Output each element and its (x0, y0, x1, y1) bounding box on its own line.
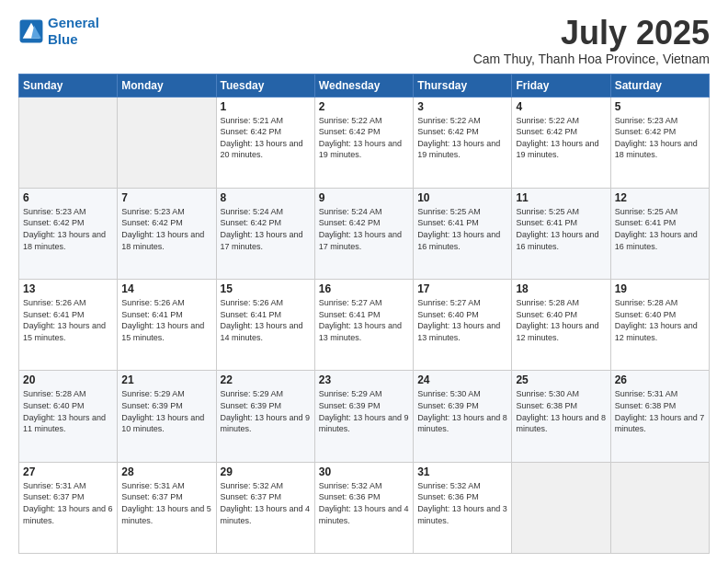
table-row: 2 Sunrise: 5:22 AMSunset: 6:42 PMDayligh… (314, 97, 413, 188)
table-row: 26 Sunrise: 5:31 AMSunset: 6:38 PMDaylig… (610, 371, 709, 462)
day-info: Sunrise: 5:23 AMSunset: 6:42 PMDaylight:… (23, 206, 113, 252)
header-saturday: Saturday (610, 74, 709, 97)
day-number: 21 (121, 373, 211, 386)
table-row (610, 462, 709, 553)
table-row: 4 Sunrise: 5:22 AMSunset: 6:42 PMDayligh… (512, 97, 610, 188)
table-row: 30 Sunrise: 5:32 AMSunset: 6:36 PMDaylig… (314, 462, 413, 553)
calendar-week-3: 13 Sunrise: 5:26 AMSunset: 6:41 PMDaylig… (19, 280, 710, 371)
day-number: 7 (121, 191, 211, 204)
day-info: Sunrise: 5:25 AMSunset: 6:41 PMDaylight:… (417, 206, 507, 252)
table-row: 6 Sunrise: 5:23 AMSunset: 6:42 PMDayligh… (19, 188, 118, 279)
day-info: Sunrise: 5:23 AMSunset: 6:42 PMDaylight:… (121, 206, 211, 252)
day-info: Sunrise: 5:25 AMSunset: 6:41 PMDaylight:… (516, 206, 606, 252)
day-info: Sunrise: 5:25 AMSunset: 6:41 PMDaylight:… (615, 206, 705, 252)
day-number: 8 (221, 191, 311, 204)
day-info: Sunrise: 5:32 AMSunset: 6:36 PMDaylight:… (319, 480, 409, 526)
logo: General Blue (18, 15, 99, 48)
calendar-table: Sunday Monday Tuesday Wednesday Thursday… (18, 74, 710, 554)
table-row: 17 Sunrise: 5:27 AMSunset: 6:40 PMDaylig… (414, 280, 512, 371)
table-row: 25 Sunrise: 5:30 AMSunset: 6:38 PMDaylig… (512, 371, 610, 462)
day-number: 9 (319, 191, 409, 204)
day-info: Sunrise: 5:27 AMSunset: 6:40 PMDaylight:… (417, 297, 507, 343)
day-info: Sunrise: 5:26 AMSunset: 6:41 PMDaylight:… (121, 297, 211, 343)
day-number: 22 (221, 373, 311, 386)
day-info: Sunrise: 5:22 AMSunset: 6:42 PMDaylight:… (516, 115, 606, 161)
table-row: 13 Sunrise: 5:26 AMSunset: 6:41 PMDaylig… (19, 280, 118, 371)
day-info: Sunrise: 5:26 AMSunset: 6:41 PMDaylight:… (23, 297, 113, 343)
day-number: 3 (417, 100, 507, 113)
logo-line1: General (48, 15, 99, 30)
day-number: 2 (319, 100, 409, 113)
header-friday: Friday (512, 74, 610, 97)
day-number: 23 (319, 373, 409, 386)
day-info: Sunrise: 5:24 AMSunset: 6:42 PMDaylight:… (319, 206, 409, 252)
day-info: Sunrise: 5:21 AMSunset: 6:42 PMDaylight:… (221, 115, 311, 161)
day-number: 25 (516, 373, 606, 386)
table-row (118, 97, 216, 188)
day-number: 16 (319, 282, 409, 295)
day-number: 31 (417, 465, 507, 478)
calendar-header-row: Sunday Monday Tuesday Wednesday Thursday… (19, 74, 710, 97)
table-row: 10 Sunrise: 5:25 AMSunset: 6:41 PMDaylig… (414, 188, 512, 279)
table-row: 22 Sunrise: 5:29 AMSunset: 6:39 PMDaylig… (216, 371, 314, 462)
table-row: 14 Sunrise: 5:26 AMSunset: 6:41 PMDaylig… (118, 280, 216, 371)
calendar-week-1: 1 Sunrise: 5:21 AMSunset: 6:42 PMDayligh… (19, 97, 710, 188)
table-row: 29 Sunrise: 5:32 AMSunset: 6:37 PMDaylig… (216, 462, 314, 553)
table-row: 3 Sunrise: 5:22 AMSunset: 6:42 PMDayligh… (414, 97, 512, 188)
table-row: 20 Sunrise: 5:28 AMSunset: 6:40 PMDaylig… (19, 371, 118, 462)
table-row (512, 462, 610, 553)
day-info: Sunrise: 5:31 AMSunset: 6:37 PMDaylight:… (23, 480, 113, 526)
table-row: 12 Sunrise: 5:25 AMSunset: 6:41 PMDaylig… (610, 188, 709, 279)
day-info: Sunrise: 5:28 AMSunset: 6:40 PMDaylight:… (516, 297, 606, 343)
day-info: Sunrise: 5:22 AMSunset: 6:42 PMDaylight:… (319, 115, 409, 161)
table-row: 19 Sunrise: 5:28 AMSunset: 6:40 PMDaylig… (610, 280, 709, 371)
table-row: 28 Sunrise: 5:31 AMSunset: 6:37 PMDaylig… (118, 462, 216, 553)
table-row: 7 Sunrise: 5:23 AMSunset: 6:42 PMDayligh… (118, 188, 216, 279)
day-info: Sunrise: 5:31 AMSunset: 6:38 PMDaylight:… (615, 388, 705, 434)
day-info: Sunrise: 5:29 AMSunset: 6:39 PMDaylight:… (319, 388, 409, 434)
day-info: Sunrise: 5:31 AMSunset: 6:37 PMDaylight:… (121, 480, 211, 526)
day-number: 6 (23, 191, 113, 204)
table-row: 11 Sunrise: 5:25 AMSunset: 6:41 PMDaylig… (512, 188, 610, 279)
day-number: 4 (516, 100, 606, 113)
table-row: 15 Sunrise: 5:26 AMSunset: 6:41 PMDaylig… (216, 280, 314, 371)
day-number: 18 (516, 282, 606, 295)
logo-line2: Blue (48, 31, 78, 47)
table-row (19, 97, 118, 188)
day-info: Sunrise: 5:32 AMSunset: 6:37 PMDaylight:… (221, 480, 311, 526)
day-number: 1 (221, 100, 311, 113)
table-row: 23 Sunrise: 5:29 AMSunset: 6:39 PMDaylig… (314, 371, 413, 462)
day-info: Sunrise: 5:30 AMSunset: 6:39 PMDaylight:… (417, 388, 507, 434)
day-number: 17 (417, 282, 507, 295)
day-number: 29 (221, 465, 311, 478)
day-info: Sunrise: 5:28 AMSunset: 6:40 PMDaylight:… (23, 388, 113, 434)
day-number: 12 (615, 191, 705, 204)
calendar-week-5: 27 Sunrise: 5:31 AMSunset: 6:37 PMDaylig… (19, 462, 710, 553)
day-number: 5 (615, 100, 705, 113)
logo-text: General Blue (48, 15, 99, 48)
day-info: Sunrise: 5:29 AMSunset: 6:39 PMDaylight:… (121, 388, 211, 434)
day-number: 30 (319, 465, 409, 478)
day-info: Sunrise: 5:22 AMSunset: 6:42 PMDaylight:… (417, 115, 507, 161)
day-number: 13 (23, 282, 113, 295)
table-row: 31 Sunrise: 5:32 AMSunset: 6:36 PMDaylig… (414, 462, 512, 553)
header-thursday: Thursday (414, 74, 512, 97)
day-number: 28 (121, 465, 211, 478)
calendar-week-2: 6 Sunrise: 5:23 AMSunset: 6:42 PMDayligh… (19, 188, 710, 279)
day-info: Sunrise: 5:30 AMSunset: 6:38 PMDaylight:… (516, 388, 606, 434)
day-info: Sunrise: 5:28 AMSunset: 6:40 PMDaylight:… (615, 297, 705, 343)
day-info: Sunrise: 5:29 AMSunset: 6:39 PMDaylight:… (221, 388, 311, 434)
table-row: 24 Sunrise: 5:30 AMSunset: 6:39 PMDaylig… (414, 371, 512, 462)
header: General Blue July 2025 Cam Thuy, Thanh H… (18, 15, 710, 66)
day-info: Sunrise: 5:24 AMSunset: 6:42 PMDaylight:… (221, 206, 311, 252)
calendar-week-4: 20 Sunrise: 5:28 AMSunset: 6:40 PMDaylig… (19, 371, 710, 462)
header-monday: Monday (118, 74, 216, 97)
page: General Blue July 2025 Cam Thuy, Thanh H… (0, 0, 728, 563)
title-block: July 2025 Cam Thuy, Thanh Hoa Province, … (473, 15, 710, 66)
day-number: 24 (417, 373, 507, 386)
day-number: 11 (516, 191, 606, 204)
day-number: 19 (615, 282, 705, 295)
header-wednesday: Wednesday (314, 74, 413, 97)
logo-icon (18, 18, 44, 44)
day-info: Sunrise: 5:26 AMSunset: 6:41 PMDaylight:… (221, 297, 311, 343)
